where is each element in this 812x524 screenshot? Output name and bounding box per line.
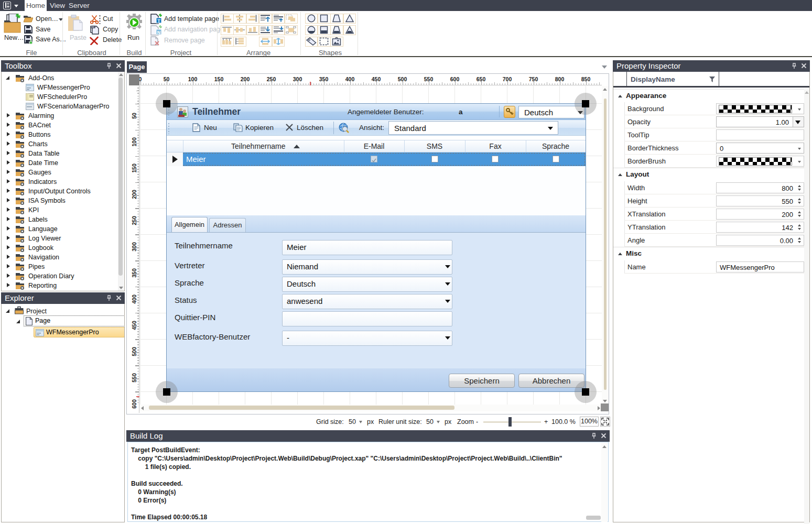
svg-text:T: T (157, 18, 160, 24)
svg-text:N: N (157, 30, 161, 35)
